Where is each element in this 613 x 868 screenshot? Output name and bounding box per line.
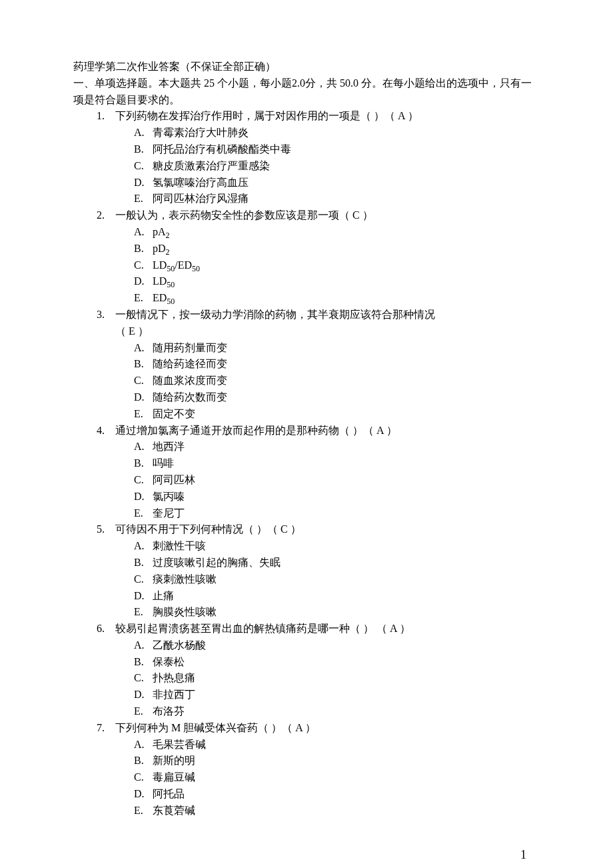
question-list: 1. 下列药物在发挥治疗作用时，属于对因作用的一项是（ ）（ A ） A.青霉素… (73, 108, 540, 819)
option-label: D. (134, 273, 153, 290)
option-label: A. (134, 125, 153, 141)
option-label: E. (134, 604, 153, 621)
option-b: B.新斯的明 (134, 753, 540, 769)
option-label: B. (134, 141, 153, 158)
option-label: D. (134, 489, 153, 505)
option-text: 保泰松 (153, 654, 185, 671)
option-text: 阿托品 (153, 786, 185, 803)
option-text: 随血浆浓度而变 (153, 373, 227, 389)
option-label: D. (134, 175, 153, 191)
option-text: 随给药途径而变 (153, 356, 227, 373)
option-label: D. (134, 687, 153, 703)
option-label: C. (134, 472, 153, 489)
question-7: 7. 下列何种为 M 胆碱受体兴奋药（ ）（ A ） A.毛果芸香碱 B.新斯的… (73, 720, 540, 819)
option-label: E. (134, 290, 153, 307)
option-text: ED50 (153, 290, 175, 307)
option-c: C.LD50/ED50 (134, 257, 540, 274)
option-text: 非拉西丁 (153, 687, 195, 703)
option-list: A.刺激性干咳 B.过度咳嗽引起的胸痛、失眠 C.痰刺激性咳嗽 D.止痛 E.胸… (97, 538, 540, 621)
page-number: 1 (73, 846, 540, 865)
option-text: pA2 (153, 224, 170, 241)
option-label: D. (134, 389, 153, 406)
option-e: E.胸膜炎性咳嗽 (134, 604, 540, 621)
option-b: B.保泰松 (134, 654, 540, 671)
question-text: 通过增加氯离子通道开放而起作用的是那种药物（ ）（ A ） (115, 423, 397, 439)
option-text: 阿司匹林治疗风湿痛 (153, 191, 249, 207)
option-c: C.痰刺激性咳嗽 (134, 571, 540, 588)
question-stem-continued: （ E ） (97, 323, 540, 340)
option-list: A.pA2 B.pD2 C.LD50/ED50 D.LD50 E.ED50 (97, 224, 540, 307)
option-d: D.非拉西丁 (134, 687, 540, 703)
option-label: B. (134, 455, 153, 472)
option-label: C. (134, 373, 153, 389)
option-text: 固定不变 (153, 406, 195, 423)
option-label: C. (134, 571, 153, 588)
option-b: B.吗啡 (134, 455, 540, 472)
option-text: 吗啡 (153, 455, 174, 472)
option-text: 东莨菪碱 (153, 803, 195, 819)
option-label: E. (134, 406, 153, 423)
option-label: B. (134, 753, 153, 769)
question-number: 3. (97, 307, 115, 323)
option-text: 糖皮质激素治疗严重感染 (153, 158, 270, 175)
option-label: C. (134, 769, 153, 786)
question-number: 1. (97, 108, 115, 125)
section-instruction: 一、单项选择题。本大题共 25 个小题，每小题2.0分，共 50.0 分。在每小… (73, 75, 540, 109)
question-text: 下列何种为 M 胆碱受体兴奋药（ ）（ A ） (115, 720, 316, 737)
option-text: 阿托品治疗有机磷酸酯类中毒 (153, 141, 291, 158)
option-e: E.阿司匹林治疗风湿痛 (134, 191, 540, 207)
option-label: A. (134, 439, 153, 455)
option-text: 青霉素治疗大叶肺炎 (153, 125, 249, 141)
option-label: B. (134, 654, 153, 671)
option-label: C. (134, 670, 153, 687)
option-label: E. (134, 505, 153, 522)
option-e: E.ED50 (134, 290, 540, 307)
option-d: D.止痛 (134, 588, 540, 605)
option-b: B.阿托品治疗有机磷酸酯类中毒 (134, 141, 540, 158)
question-6: 6. 较易引起胃溃疡甚至胃出血的解热镇痛药是哪一种（ ） （ A ） A.乙酰水… (73, 621, 540, 720)
option-c: C.毒扁豆碱 (134, 769, 540, 786)
option-label: C. (134, 158, 153, 175)
option-label: A. (134, 224, 153, 241)
question-2: 2. 一般认为，表示药物安全性的参数应该是那一项（ C ） A.pA2 B.pD… (73, 207, 540, 307)
option-label: D. (134, 786, 153, 803)
question-text: 一般认为，表示药物安全性的参数应该是那一项（ C ） (115, 207, 373, 224)
option-c: C.阿司匹林 (134, 472, 540, 489)
option-b: B.过度咳嗽引起的胸痛、失眠 (134, 555, 540, 571)
question-4: 4. 通过增加氯离子通道开放而起作用的是那种药物（ ）（ A ） A.地西泮 B… (73, 423, 540, 522)
option-a: A.随用药剂量而变 (134, 340, 540, 357)
option-label: A. (134, 538, 153, 555)
option-label: B. (134, 241, 153, 257)
option-label: E. (134, 703, 153, 720)
option-d: D.氯丙嗪 (134, 489, 540, 505)
option-c: C.随血浆浓度而变 (134, 373, 540, 389)
option-a: A.乙酰水杨酸 (134, 637, 540, 654)
option-text: 布洛芬 (153, 703, 185, 720)
option-e: E.奎尼丁 (134, 505, 540, 522)
question-number: 5. (97, 521, 115, 538)
option-c: C.扑热息痛 (134, 670, 540, 687)
option-text: 随用药剂量而变 (153, 340, 227, 357)
question-5: 5. 可待因不用于下列何种情况（ ）（ C ） A.刺激性干咳 B.过度咳嗽引起… (73, 521, 540, 621)
option-a: A.青霉素治疗大叶肺炎 (134, 125, 540, 141)
question-stem: 4. 通过增加氯离子通道开放而起作用的是那种药物（ ）（ A ） (97, 423, 540, 439)
option-a: A.地西泮 (134, 439, 540, 455)
question-number: 7. (97, 720, 115, 737)
question-text: （ E ） (115, 323, 149, 340)
option-d: D.随给药次数而变 (134, 389, 540, 406)
option-text: 刺激性干咳 (153, 538, 206, 555)
option-text: 扑热息痛 (153, 670, 195, 687)
option-text: 痰刺激性咳嗽 (153, 571, 217, 588)
option-b: B.pD2 (134, 241, 540, 257)
option-text: LD50/ED50 (153, 257, 200, 274)
question-1: 1. 下列药物在发挥治疗作用时，属于对因作用的一项是（ ）（ A ） A.青霉素… (73, 108, 540, 207)
option-text: 毒扁豆碱 (153, 769, 195, 786)
option-a: A.毛果芸香碱 (134, 737, 540, 753)
option-text: 毛果芸香碱 (153, 737, 206, 753)
question-number: 4. (97, 423, 115, 439)
option-text: 随给药次数而变 (153, 389, 227, 406)
question-text: 一般情况下，按一级动力学消除的药物，其半衰期应该符合那种情况 (115, 307, 435, 323)
option-label: D. (134, 588, 153, 605)
option-text: 氯丙嗪 (153, 489, 185, 505)
option-text: pD2 (153, 241, 170, 257)
